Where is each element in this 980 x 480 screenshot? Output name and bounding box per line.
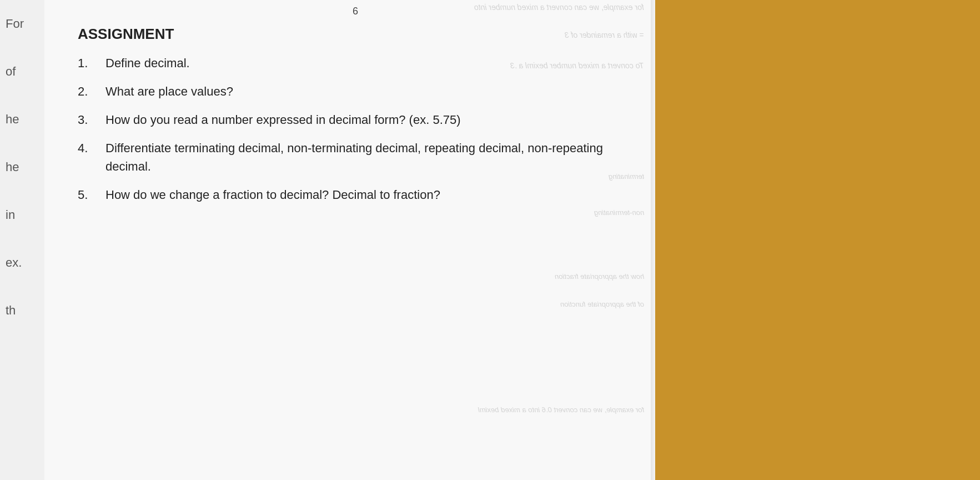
- margin-text-th: th: [6, 303, 39, 318]
- page-container: For of he he in ex. th for example, we c…: [0, 0, 980, 480]
- margin-text-of: of: [6, 64, 39, 79]
- question-4: 4. Differentiate terminating decimal, no…: [78, 139, 633, 176]
- margin-text-he2: he: [6, 160, 39, 174]
- question-list: 1. Define decimal. 2. What are place val…: [78, 54, 633, 204]
- question-number-1: 1.: [78, 54, 105, 72]
- question-number-5: 5.: [78, 186, 105, 204]
- question-3: 3. How do you read a number expressed in…: [78, 111, 633, 129]
- top-number: 6: [78, 6, 633, 17]
- question-number-3: 3.: [78, 111, 105, 129]
- question-1: 1. Define decimal.: [78, 54, 633, 72]
- margin-text-ex: ex.: [6, 256, 39, 270]
- paper: for example, we can convert a mixed numb…: [44, 0, 655, 480]
- ghost-text-7: of the appropriate function: [560, 300, 644, 308]
- question-text-4: Differentiate terminating decimal, non-t…: [105, 139, 633, 176]
- question-2: 2. What are place values?: [78, 82, 633, 101]
- question-text-3: How do you read a number expressed in de…: [105, 111, 633, 129]
- question-number-2: 2.: [78, 82, 105, 101]
- margin-text-in: in: [6, 208, 39, 222]
- ghost-text-5: non-terminating: [594, 208, 644, 217]
- question-text-5: How do we change a fraction to decimal? …: [105, 186, 633, 204]
- question-text-2: What are place values?: [105, 82, 633, 101]
- question-5: 5. How do we change a fraction to decima…: [78, 186, 633, 204]
- ghost-text-8: for example, we can convert 0.6 into a m…: [478, 406, 644, 414]
- question-text-1: Define decimal.: [105, 54, 633, 72]
- ghost-text-6: how the appropriate fraction: [555, 272, 644, 281]
- right-margin: [655, 0, 980, 480]
- question-number-4: 4.: [78, 139, 105, 157]
- margin-text-he1: he: [6, 112, 39, 127]
- assignment-header: ASSIGNMENT: [78, 26, 633, 43]
- left-margin: For of he he in ex. th: [0, 0, 44, 480]
- margin-text-for: For: [6, 17, 39, 31]
